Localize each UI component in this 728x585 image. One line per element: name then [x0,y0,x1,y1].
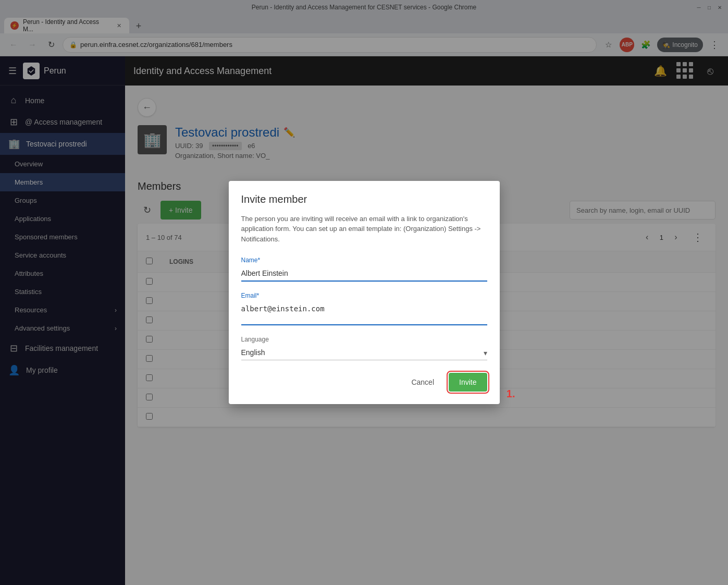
email-input[interactable] [241,301,487,325]
invite-button[interactable]: Invite [449,373,487,392]
invite-member-modal: Invite member The person you are invitin… [229,181,500,405]
modal-overlay[interactable]: Invite member The person you are invitin… [0,0,728,585]
name-input[interactable] [241,266,487,282]
modal-description: The person you are inviting will receive… [241,214,487,245]
cancel-button[interactable]: Cancel [403,373,442,392]
step-annotation: 1. [507,388,515,400]
language-label: Language [241,336,487,343]
name-label: Name* [241,257,487,264]
modal-actions: Cancel Invite [241,373,487,392]
modal-title: Invite member [241,193,487,205]
language-field-container: Language English Czech [241,336,487,360]
name-field-container: Name* [241,257,487,282]
email-field-container: Email* [241,292,487,325]
language-select[interactable]: English Czech [241,345,487,360]
language-select-wrapper: English Czech [241,345,487,360]
email-label: Email* [241,292,487,299]
